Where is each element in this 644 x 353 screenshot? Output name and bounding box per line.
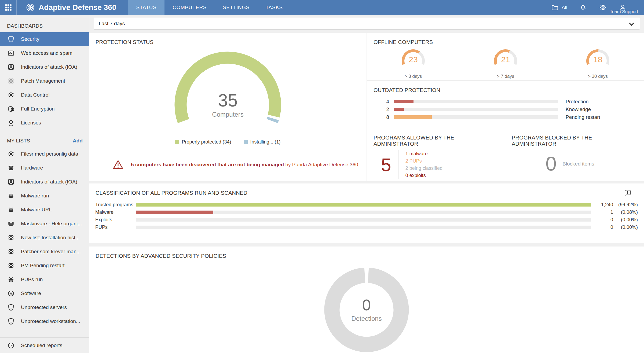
- scheduled-reports-label: Scheduled reports: [21, 343, 62, 348]
- sidebar-item-indicators-of-attack-ioa[interactable]: Indicators of attack (IOA): [0, 60, 89, 74]
- group-filter-button[interactable]: All: [551, 3, 567, 12]
- filter-row: Last 7 days: [89, 15, 644, 33]
- sidebar-item-label: Hardware: [21, 165, 43, 171]
- tab-status[interactable]: STATUS: [128, 0, 164, 15]
- orbit-icon: [7, 150, 15, 158]
- detections-count: 0: [322, 297, 411, 313]
- sidebar-item-unprotected-servers[interactable]: Unprotected servers: [0, 300, 89, 314]
- sidebar-item-label: Patch Management: [21, 78, 65, 84]
- sidebar-item-patcher-som-krever-man[interactable]: Patcher som krever man...: [0, 245, 89, 259]
- sidebar: DASHBOARDS SecurityWeb access and spamIn…: [0, 15, 89, 353]
- legend-label: Properly protected (34): [182, 139, 231, 145]
- classification-percent: (0.08%): [613, 209, 638, 215]
- offline-gauge-label: > 30 days: [552, 74, 644, 79]
- tab-settings[interactable]: SETTINGS: [215, 0, 258, 15]
- app-grid-button[interactable]: [0, 0, 17, 15]
- sidebar-item-security[interactable]: Security: [0, 32, 89, 46]
- main-nav: STATUSCOMPUTERSSETTINGSTASKS: [128, 0, 291, 15]
- offline-gauge-3-days: 23> 3 days: [367, 47, 459, 79]
- sidebar-item-new-list-installation-hist[interactable]: New list: Installation hist...: [0, 231, 89, 245]
- sidebar-item-patch-management[interactable]: Patch Management: [0, 74, 89, 88]
- classification-bar-track: [136, 226, 591, 229]
- sidebar-item-unprotected-workstation[interactable]: Unprotected workstation...: [0, 314, 89, 328]
- sidebar-item-label: Security: [21, 36, 39, 42]
- sidebar-item-label: Filesr med personlig data: [21, 151, 78, 157]
- sidebar-item-pups-run[interactable]: PUPs run: [0, 273, 89, 286]
- date-range-select[interactable]: Last 7 days: [94, 18, 640, 30]
- group-filter-label: All: [562, 5, 567, 10]
- detections-panel: DETECTIONS BY ADVANCED SECURITY POLICIES…: [89, 247, 644, 353]
- classification-label: Trusted programs: [95, 202, 136, 208]
- classification-row-malware: Malware1(0.08%): [95, 211, 638, 214]
- sidebar-item-full-encryption[interactable]: Full Encryption: [0, 102, 89, 116]
- clock-icon: [7, 341, 15, 350]
- allowed-item: 1 malware: [405, 150, 442, 157]
- product-title: Adaptive Defense 360: [39, 3, 116, 12]
- sidebar-item-malware-url[interactable]: Malware URL: [0, 203, 89, 217]
- tab-tasks[interactable]: TASKS: [258, 0, 291, 15]
- dashboards-section-title: DASHBOARDS: [0, 15, 89, 32]
- sidebar-item-label: Malware URL: [21, 207, 52, 213]
- protection-legend: Properly protected (34)Installing... (1): [89, 139, 367, 145]
- patch-icon: [7, 262, 15, 270]
- allowed-breakdown-list: 1 malware2 PUPs2 being classified0 explo…: [405, 150, 442, 179]
- detections-count-label: Detections: [322, 315, 411, 322]
- programs-blocked-title: PROGRAMS BLOCKED BY THE ADMINISTRATOR: [505, 128, 644, 147]
- warning-link[interactable]: by Panda Adaptive Defense 360.: [285, 162, 360, 167]
- sidebar-item-pm-pending-restart[interactable]: PM Pending restart: [0, 259, 89, 273]
- legend-swatch: [244, 140, 248, 144]
- lock-circle-icon: [7, 105, 15, 113]
- tab-computers[interactable]: COMPUTERS: [164, 0, 215, 15]
- sidebar-item-web-access-and-spam[interactable]: Web access and spam: [0, 46, 89, 60]
- legend-label: Installing... (1): [250, 139, 281, 145]
- sidebar-item-data-control[interactable]: Data Control: [0, 88, 89, 102]
- patch-icon: [7, 77, 15, 85]
- outdated-bar-fill: [394, 115, 432, 119]
- sidebar-item-malware-run[interactable]: Malware run: [0, 189, 89, 203]
- top-bar: Adaptive Defense 360 STATUSCOMPUTERSSETT…: [0, 0, 644, 15]
- classification-bar-fill: [136, 203, 591, 207]
- shield-icon: [7, 35, 15, 43]
- award-icon: [7, 119, 15, 127]
- mylists-section-title: MY LISTS Add: [0, 130, 89, 147]
- allowed-item: 2 being classified: [405, 165, 442, 172]
- sidebar-item-label: Indicators of attack (IOA): [21, 179, 77, 185]
- person-frame-icon: [7, 178, 15, 186]
- notifications-button[interactable]: [579, 3, 587, 12]
- settings-button[interactable]: [599, 3, 607, 12]
- outdated-row-pending-restart: 8Pending restart: [378, 114, 636, 120]
- top-panels-row: PROTECTION STATUS 35 Computers Properly …: [89, 33, 644, 181]
- add-list-link[interactable]: Add: [73, 138, 83, 144]
- sidebar-item-software[interactable]: Software: [0, 286, 89, 300]
- sidebar-item-label: Maskinvare - Hele organi...: [21, 221, 82, 227]
- protection-status-title: PROTECTION STATUS: [89, 33, 367, 45]
- sidebar-item-maskinvare-hele-organi[interactable]: Maskinvare - Hele organi...: [0, 217, 89, 231]
- computers-total: 35: [169, 91, 287, 109]
- warning-triangle-icon: [112, 159, 124, 171]
- protection-gauge: 35 Computers: [169, 49, 287, 130]
- vertical-divider: [398, 150, 398, 179]
- outdated-protection-panel: OUTDATED PROTECTION 4Protection2Knowledg…: [367, 80, 644, 128]
- outdated-label: Pending restart: [566, 114, 636, 120]
- disc-icon: [7, 289, 15, 297]
- sidebar-item-licenses[interactable]: Licenses: [0, 116, 89, 130]
- sidebar-item-hardware[interactable]: Hardware: [0, 161, 89, 175]
- sidebar-item-filesr-med-personlig-data[interactable]: Filesr med personlig data: [0, 147, 89, 161]
- detections-title: DETECTIONS BY ADVANCED SECURITY POLICIES: [89, 247, 644, 259]
- outdated-label: Knowledge: [566, 106, 636, 112]
- protection-gauge-center: 35 Computers: [169, 91, 287, 118]
- sidebar-item-indicators-of-attack-ioa[interactable]: Indicators of attack (IOA): [0, 175, 89, 189]
- shield-alert-icon: [7, 303, 15, 311]
- info-button[interactable]: [624, 189, 632, 197]
- outdated-bar-fill: [394, 100, 414, 103]
- offline-gauge-7-days: 21> 7 days: [459, 47, 552, 79]
- sidebar-item-label: Unprotected servers: [21, 304, 67, 310]
- folder-icon: [551, 3, 559, 12]
- detections-center: 0 Detections: [322, 297, 411, 322]
- classification-row-trusted-programs: Trusted programs1,240(99.92%): [95, 203, 638, 207]
- shield-alert-icon: [7, 317, 15, 325]
- brand-logo-icon: [26, 3, 35, 12]
- outdated-bar-track: [394, 115, 558, 119]
- sidebar-item-scheduled-reports[interactable]: Scheduled reports: [0, 337, 89, 353]
- offline-gauges: 23> 3 days21> 7 days18> 30 days: [367, 47, 644, 79]
